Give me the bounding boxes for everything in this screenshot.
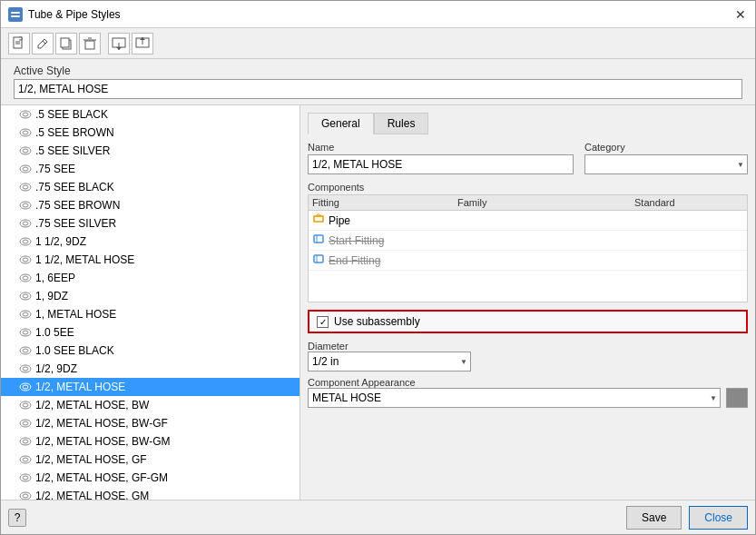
diameter-section: Diameter 1/2 in3/4 in1 in: [308, 341, 748, 372]
category-select[interactable]: [584, 154, 748, 174]
list-item-label: 1, 9DZ: [35, 290, 68, 302]
list-item[interactable]: .5 SEE BROWN: [1, 124, 299, 142]
svg-point-58: [23, 476, 28, 480]
close-icon[interactable]: ✕: [733, 7, 748, 22]
list-item[interactable]: 1 1/2, METAL HOSE: [1, 251, 299, 269]
svg-point-45: [20, 365, 31, 372]
pipe-icon: [19, 344, 32, 357]
list-item-label: 1.0 SEE BLACK: [35, 344, 114, 357]
list-item[interactable]: 1 1/2, 9DZ: [1, 233, 299, 251]
left-panel: .5 SEE BLACK.5 SEE BROWN.5 SEE SILVER.75…: [1, 105, 300, 500]
svg-point-41: [20, 329, 31, 336]
list-item[interactable]: 1.0 5EE: [1, 323, 299, 342]
footer-right: Save Close: [626, 506, 748, 530]
tabs: General Rules: [308, 113, 748, 134]
svg-point-22: [23, 149, 28, 153]
pipe-icon: [19, 435, 32, 448]
pipe-icon: [19, 453, 32, 466]
svg-point-48: [23, 385, 28, 389]
subassembly-checkbox[interactable]: ✓: [317, 316, 329, 328]
list-item[interactable]: 1/2, METAL HOSE, GM: [1, 487, 299, 500]
list-item[interactable]: 1/2, METAL HOSE, BW-GF: [1, 414, 299, 432]
list-item[interactable]: 1, 6EEP: [1, 269, 299, 287]
tab-rules[interactable]: Rules: [374, 113, 429, 134]
svg-point-23: [20, 165, 31, 173]
close-button[interactable]: Close: [689, 506, 748, 530]
save-button[interactable]: Save: [626, 506, 682, 530]
copy-button[interactable]: [55, 33, 77, 54]
pipe-icon: [19, 381, 32, 393]
svg-point-43: [20, 347, 31, 354]
fitting-icon: [312, 233, 325, 248]
pipe-icon: [19, 399, 32, 411]
title-bar-left: Tube & Pipe Styles: [8, 7, 121, 22]
svg-point-20: [23, 131, 28, 134]
list-item[interactable]: 1/2, METAL HOSE, GF: [1, 451, 299, 469]
list-item-label: .75 SEE: [35, 163, 75, 175]
list-item[interactable]: 1/2, METAL HOSE, BW-GM: [1, 432, 299, 451]
pipe-icon: [19, 163, 32, 175]
name-input[interactable]: [308, 154, 574, 174]
list-item[interactable]: .5 SEE SILVER: [1, 142, 299, 160]
svg-point-25: [20, 183, 31, 191]
app-icon: [8, 7, 23, 22]
right-panel: General Rules Name Category: [300, 105, 755, 500]
svg-point-32: [23, 240, 28, 243]
category-select-wrapper: [584, 154, 748, 174]
new-style-button[interactable]: [8, 33, 30, 54]
list-item[interactable]: 1/2, METAL HOSE, BW: [1, 396, 299, 414]
list-item[interactable]: .75 SEE: [1, 160, 299, 178]
svg-point-49: [20, 401, 31, 409]
list-item-label: .5 SEE SILVER: [35, 144, 110, 157]
list-item-label: .75 SEE SILVER: [35, 217, 116, 230]
component-appearance-label: Component Appearance: [308, 377, 748, 388]
list-item[interactable]: .75 SEE SILVER: [1, 214, 299, 233]
col-fitting: Fitting: [312, 197, 457, 208]
edit-button[interactable]: [32, 33, 54, 54]
import-button[interactable]: [108, 33, 130, 54]
svg-point-53: [20, 438, 31, 445]
list-item[interactable]: .75 SEE BROWN: [1, 196, 299, 214]
svg-point-19: [20, 129, 31, 136]
title-bar: Tube & Pipe Styles ✕: [1, 1, 755, 28]
svg-rect-0: [11, 12, 20, 14]
svg-point-35: [20, 274, 31, 282]
list-item[interactable]: 1/2, 9DZ: [1, 360, 299, 378]
delete-button[interactable]: [79, 33, 101, 54]
tab-general[interactable]: General: [308, 113, 374, 134]
diameter-select[interactable]: 1/2 in3/4 in1 in: [308, 352, 471, 372]
list-item[interactable]: 1, 9DZ: [1, 287, 299, 305]
col-standard: Standard: [634, 197, 743, 208]
color-swatch[interactable]: [726, 388, 748, 408]
style-list[interactable]: .5 SEE BLACK.5 SEE BROWN.5 SEE SILVER.75…: [1, 105, 299, 500]
component-row: Pipe: [309, 211, 747, 231]
dialog-window: Tube & Pipe Styles ✕ Active Style: [0, 0, 756, 535]
svg-point-27: [20, 202, 31, 209]
comp-fitting-label: Pipe: [329, 214, 350, 227]
pipe-icon: [19, 217, 32, 230]
list-item[interactable]: 1/2, METAL HOSE, GF-GM: [1, 469, 299, 487]
svg-point-52: [23, 421, 28, 425]
appearance-select-wrapper: METAL HOSE: [308, 388, 721, 408]
components-header: Fitting Family Standard: [309, 195, 747, 211]
components-label: Components: [308, 182, 748, 193]
window-title: Tube & Pipe Styles: [28, 8, 121, 21]
svg-point-47: [20, 383, 31, 391]
active-style-label: Active Style: [6, 63, 750, 79]
list-item[interactable]: 1, METAL HOSE: [1, 305, 299, 323]
name-label: Name: [308, 142, 574, 153]
appearance-select[interactable]: METAL HOSE: [308, 388, 721, 408]
list-item[interactable]: .5 SEE BLACK: [1, 105, 299, 124]
help-button[interactable]: ?: [8, 509, 26, 527]
svg-point-34: [23, 258, 28, 262]
export-button[interactable]: [132, 33, 153, 54]
svg-marker-65: [314, 216, 323, 222]
pipe-icon: [19, 490, 32, 500]
active-style-input[interactable]: [14, 79, 742, 99]
list-item[interactable]: 1.0 SEE BLACK: [1, 342, 299, 360]
list-item[interactable]: .75 SEE BLACK: [1, 178, 299, 196]
list-item-label: 1/2, METAL HOSE, GF-GM: [35, 471, 168, 484]
list-item[interactable]: 1/2, METAL HOSE: [1, 378, 299, 396]
footer-left: ?: [8, 509, 26, 527]
svg-point-59: [20, 492, 31, 500]
